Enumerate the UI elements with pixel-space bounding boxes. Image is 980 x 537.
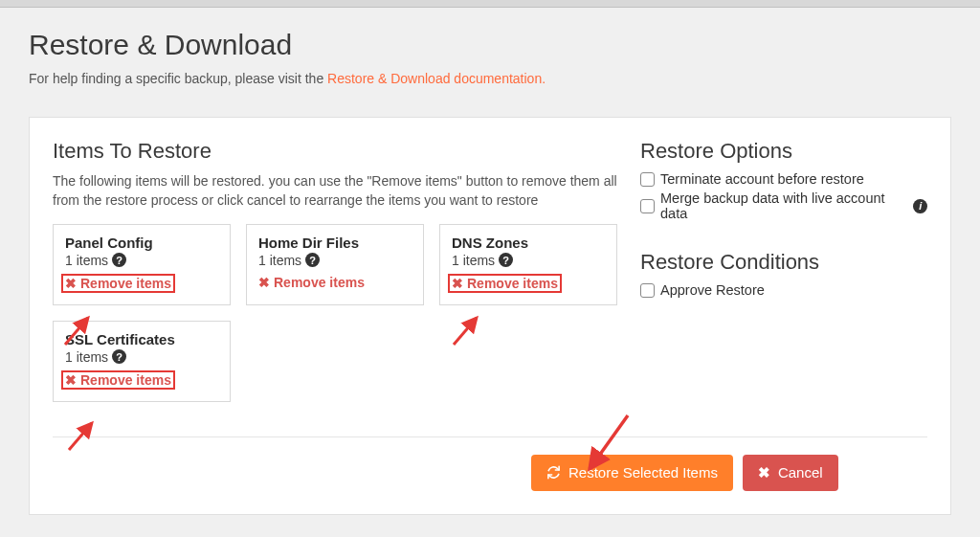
close-icon: ✖	[65, 276, 77, 291]
card-count-text: 1 items	[65, 349, 108, 365]
page-title: Restore & Download	[29, 29, 951, 61]
checkbox[interactable]	[640, 283, 655, 298]
restore-item-card: Panel Config1 items?✖Remove items	[53, 224, 231, 305]
card-count-text: 1 items	[258, 253, 301, 268]
help-icon[interactable]: ?	[112, 253, 126, 267]
top-bar	[0, 0, 980, 8]
cancel-button-label: Cancel	[778, 464, 823, 481]
restore-conditions-title: Restore Conditions	[640, 250, 927, 275]
card-item-count: 1 items?	[258, 253, 412, 268]
remove-items-label: Remove items	[80, 276, 171, 291]
restore-button-label: Restore Selected Items	[568, 464, 718, 481]
card-title: Panel Config	[65, 235, 218, 251]
close-icon: ✖	[258, 275, 270, 290]
remove-items-label: Remove items	[274, 275, 365, 290]
right-sidebar: Restore Options Terminate account before…	[640, 139, 927, 402]
close-icon: ✖	[452, 276, 463, 291]
checkbox[interactable]	[640, 172, 655, 187]
close-icon: ✖	[65, 372, 77, 388]
close-icon: ✖	[758, 464, 770, 481]
subtitle-prefix: For help finding a specific backup, plea…	[29, 71, 327, 86]
card-title: Home Dir Files	[258, 235, 412, 251]
documentation-link[interactable]: Restore & Download documentation.	[327, 71, 546, 86]
items-section-title: Items To Restore	[53, 139, 621, 164]
card-title: DNS Zones	[452, 235, 605, 251]
restore-item-card: DNS Zones1 items?✖Remove items	[439, 224, 617, 305]
remove-items-link[interactable]: ✖Remove items	[258, 275, 365, 290]
card-count-text: 1 items	[65, 253, 108, 268]
remove-items-link[interactable]: ✖Remove items	[448, 274, 562, 293]
info-icon[interactable]: i	[913, 199, 927, 213]
help-icon[interactable]: ?	[112, 349, 126, 364]
remove-items-label: Remove items	[467, 276, 558, 291]
main-panel: Items To Restore The following items wil…	[29, 117, 951, 515]
restore-condition-row: Approve Restore	[640, 282, 927, 298]
refresh-icon	[546, 465, 561, 480]
checkbox[interactable]	[640, 199, 655, 213]
action-bar: Restore Selected Items ✖ Cancel	[531, 455, 927, 491]
help-icon[interactable]: ?	[499, 253, 513, 267]
restore-item-card: SSL Certificates1 items?✖Remove items	[53, 321, 231, 402]
restore-option-row: Merge backup data with live account data…	[640, 190, 927, 221]
remove-items-link[interactable]: ✖Remove items	[61, 274, 175, 293]
divider	[53, 436, 927, 437]
card-item-count: 1 items?	[65, 349, 218, 365]
restore-option-row: Terminate account before restore	[640, 171, 927, 187]
card-count-text: 1 items	[452, 253, 495, 268]
help-icon[interactable]: ?	[305, 253, 320, 267]
items-to-restore-section: Items To Restore The following items wil…	[53, 139, 621, 402]
option-label: Merge backup data with live account data	[660, 190, 907, 221]
remove-items-link[interactable]: ✖Remove items	[61, 370, 175, 390]
card-title: SSL Certificates	[65, 331, 218, 347]
items-section-description: The following items will be restored. yo…	[53, 171, 621, 211]
page-header: Restore & Download For help finding a sp…	[0, 8, 980, 96]
cancel-button[interactable]: ✖ Cancel	[743, 455, 838, 491]
card-item-count: 1 items?	[65, 253, 218, 268]
option-label: Terminate account before restore	[660, 171, 864, 187]
condition-label: Approve Restore	[660, 282, 765, 298]
restore-item-card: Home Dir Files1 items?✖Remove items	[246, 224, 424, 305]
card-item-count: 1 items?	[452, 253, 605, 268]
remove-items-label: Remove items	[80, 372, 171, 388]
page-subtitle: For help finding a specific backup, plea…	[29, 71, 951, 86]
restore-options-title: Restore Options	[640, 139, 927, 164]
restore-selected-button[interactable]: Restore Selected Items	[531, 455, 733, 491]
